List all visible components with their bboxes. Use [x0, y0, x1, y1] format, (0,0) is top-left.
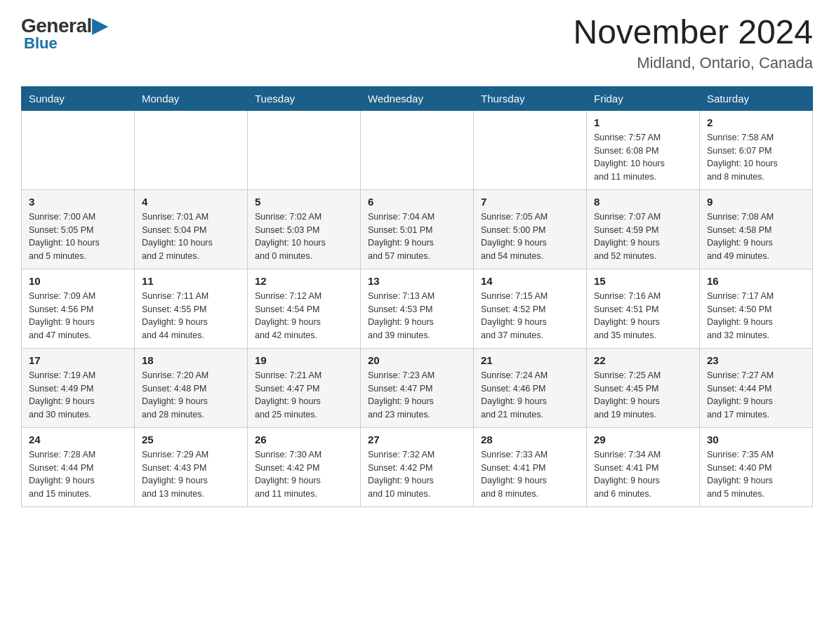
- location-subtitle: Midland, Ontario, Canada: [573, 54, 813, 72]
- table-row: 7Sunrise: 7:05 AMSunset: 5:00 PMDaylight…: [474, 189, 587, 269]
- col-saturday: Saturday: [700, 86, 813, 110]
- table-row: 11Sunrise: 7:11 AMSunset: 4:55 PMDayligh…: [135, 269, 248, 348]
- day-info: Sunrise: 7:57 AMSunset: 6:08 PMDaylight:…: [594, 131, 692, 184]
- day-info: Sunrise: 7:24 AMSunset: 4:46 PMDaylight:…: [481, 369, 579, 422]
- logo-bottom: Blue: [24, 34, 58, 53]
- day-number: 26: [255, 434, 353, 445]
- day-number: 12: [255, 275, 353, 287]
- table-row: 9Sunrise: 7:08 AMSunset: 4:58 PMDaylight…: [700, 189, 813, 269]
- day-number: 18: [142, 354, 240, 366]
- table-row: 14Sunrise: 7:15 AMSunset: 4:52 PMDayligh…: [474, 269, 587, 348]
- day-number: 10: [29, 275, 127, 287]
- calendar-table: Sunday Monday Tuesday Wednesday Thursday…: [21, 86, 813, 507]
- day-info: Sunrise: 7:02 AMSunset: 5:03 PMDaylight:…: [255, 210, 353, 263]
- day-info: Sunrise: 7:20 AMSunset: 4:48 PMDaylight:…: [142, 369, 240, 422]
- table-row: [22, 110, 135, 189]
- day-info: Sunrise: 7:58 AMSunset: 6:07 PMDaylight:…: [707, 131, 805, 184]
- day-info: Sunrise: 7:21 AMSunset: 4:47 PMDaylight:…: [255, 369, 353, 422]
- table-row: [474, 110, 587, 189]
- day-number: 14: [481, 275, 579, 287]
- day-info: Sunrise: 7:27 AMSunset: 4:44 PMDaylight:…: [707, 369, 805, 422]
- col-thursday: Thursday: [474, 86, 587, 110]
- table-row: 5Sunrise: 7:02 AMSunset: 5:03 PMDaylight…: [248, 189, 361, 269]
- table-row: 20Sunrise: 7:23 AMSunset: 4:47 PMDayligh…: [361, 348, 474, 427]
- day-info: Sunrise: 7:33 AMSunset: 4:41 PMDaylight:…: [481, 448, 579, 501]
- day-number: 30: [707, 434, 805, 445]
- day-number: 15: [594, 275, 692, 287]
- table-row: 27Sunrise: 7:32 AMSunset: 4:42 PMDayligh…: [361, 427, 474, 507]
- day-info: Sunrise: 7:01 AMSunset: 5:04 PMDaylight:…: [142, 210, 240, 263]
- day-number: 17: [29, 354, 127, 366]
- table-row: 25Sunrise: 7:29 AMSunset: 4:43 PMDayligh…: [135, 427, 248, 507]
- table-row: 12Sunrise: 7:12 AMSunset: 4:54 PMDayligh…: [248, 269, 361, 348]
- day-number: 7: [481, 196, 579, 208]
- day-info: Sunrise: 7:09 AMSunset: 4:56 PMDaylight:…: [29, 290, 127, 342]
- calendar-week-5: 24Sunrise: 7:28 AMSunset: 4:44 PMDayligh…: [22, 427, 813, 507]
- col-sunday: Sunday: [22, 86, 135, 110]
- day-info: Sunrise: 7:23 AMSunset: 4:47 PMDaylight:…: [368, 369, 466, 422]
- day-number: 11: [142, 275, 240, 287]
- month-year-title: November 2024: [573, 14, 813, 51]
- logo-icon-triangle: ▶: [92, 15, 107, 36]
- table-row: 19Sunrise: 7:21 AMSunset: 4:47 PMDayligh…: [248, 348, 361, 427]
- col-monday: Monday: [135, 86, 248, 110]
- calendar-week-3: 10Sunrise: 7:09 AMSunset: 4:56 PMDayligh…: [22, 269, 813, 348]
- logo: General▶ Blue: [21, 14, 107, 53]
- table-row: 29Sunrise: 7:34 AMSunset: 4:41 PMDayligh…: [587, 427, 700, 507]
- table-row: 28Sunrise: 7:33 AMSunset: 4:41 PMDayligh…: [474, 427, 587, 507]
- day-info: Sunrise: 7:00 AMSunset: 5:05 PMDaylight:…: [29, 210, 127, 263]
- table-row: [248, 110, 361, 189]
- day-number: 28: [481, 434, 579, 445]
- day-info: Sunrise: 7:35 AMSunset: 4:40 PMDaylight:…: [707, 448, 805, 501]
- day-info: Sunrise: 7:29 AMSunset: 4:43 PMDaylight:…: [142, 448, 240, 501]
- day-number: 13: [368, 275, 466, 287]
- day-info: Sunrise: 7:32 AMSunset: 4:42 PMDaylight:…: [368, 448, 466, 501]
- day-info: Sunrise: 7:28 AMSunset: 4:44 PMDaylight:…: [29, 448, 127, 501]
- day-number: 6: [368, 196, 466, 208]
- day-info: Sunrise: 7:08 AMSunset: 4:58 PMDaylight:…: [707, 210, 805, 263]
- col-tuesday: Tuesday: [248, 86, 361, 110]
- col-wednesday: Wednesday: [361, 86, 474, 110]
- table-row: 8Sunrise: 7:07 AMSunset: 4:59 PMDaylight…: [587, 189, 700, 269]
- table-row: 23Sunrise: 7:27 AMSunset: 4:44 PMDayligh…: [700, 348, 813, 427]
- day-number: 29: [594, 434, 692, 445]
- day-info: Sunrise: 7:15 AMSunset: 4:52 PMDaylight:…: [481, 290, 579, 342]
- day-number: 21: [481, 354, 579, 366]
- table-row: 15Sunrise: 7:16 AMSunset: 4:51 PMDayligh…: [587, 269, 700, 348]
- day-info: Sunrise: 7:11 AMSunset: 4:55 PMDaylight:…: [142, 290, 240, 342]
- page-header: General▶ Blue November 2024 Midland, Ont…: [21, 14, 813, 72]
- day-number: 16: [707, 275, 805, 287]
- table-row: 17Sunrise: 7:19 AMSunset: 4:49 PMDayligh…: [22, 348, 135, 427]
- table-row: 4Sunrise: 7:01 AMSunset: 5:04 PMDaylight…: [135, 189, 248, 269]
- calendar-week-4: 17Sunrise: 7:19 AMSunset: 4:49 PMDayligh…: [22, 348, 813, 427]
- col-friday: Friday: [587, 86, 700, 110]
- table-row: 6Sunrise: 7:04 AMSunset: 5:01 PMDaylight…: [361, 189, 474, 269]
- table-row: 10Sunrise: 7:09 AMSunset: 4:56 PMDayligh…: [22, 269, 135, 348]
- day-number: 22: [594, 354, 692, 366]
- table-row: 1Sunrise: 7:57 AMSunset: 6:08 PMDaylight…: [587, 110, 700, 189]
- table-row: 21Sunrise: 7:24 AMSunset: 4:46 PMDayligh…: [474, 348, 587, 427]
- day-number: 25: [142, 434, 240, 445]
- table-row: 26Sunrise: 7:30 AMSunset: 4:42 PMDayligh…: [248, 427, 361, 507]
- calendar-header-row: Sunday Monday Tuesday Wednesday Thursday…: [22, 86, 813, 110]
- calendar-week-1: 1Sunrise: 7:57 AMSunset: 6:08 PMDaylight…: [22, 110, 813, 189]
- table-row: [135, 110, 248, 189]
- day-info: Sunrise: 7:07 AMSunset: 4:59 PMDaylight:…: [594, 210, 692, 263]
- day-number: 20: [368, 354, 466, 366]
- calendar-week-2: 3Sunrise: 7:00 AMSunset: 5:05 PMDaylight…: [22, 189, 813, 269]
- day-info: Sunrise: 7:04 AMSunset: 5:01 PMDaylight:…: [368, 210, 466, 263]
- table-row: 2Sunrise: 7:58 AMSunset: 6:07 PMDaylight…: [700, 110, 813, 189]
- day-number: 19: [255, 354, 353, 366]
- table-row: 16Sunrise: 7:17 AMSunset: 4:50 PMDayligh…: [700, 269, 813, 348]
- table-row: 22Sunrise: 7:25 AMSunset: 4:45 PMDayligh…: [587, 348, 700, 427]
- day-number: 1: [594, 116, 692, 128]
- day-number: 5: [255, 196, 353, 208]
- day-number: 8: [594, 196, 692, 208]
- table-row: 30Sunrise: 7:35 AMSunset: 4:40 PMDayligh…: [700, 427, 813, 507]
- table-row: 24Sunrise: 7:28 AMSunset: 4:44 PMDayligh…: [22, 427, 135, 507]
- table-row: 18Sunrise: 7:20 AMSunset: 4:48 PMDayligh…: [135, 348, 248, 427]
- day-number: 23: [707, 354, 805, 366]
- day-info: Sunrise: 7:12 AMSunset: 4:54 PMDaylight:…: [255, 290, 353, 342]
- day-info: Sunrise: 7:16 AMSunset: 4:51 PMDaylight:…: [594, 290, 692, 342]
- day-number: 24: [29, 434, 127, 445]
